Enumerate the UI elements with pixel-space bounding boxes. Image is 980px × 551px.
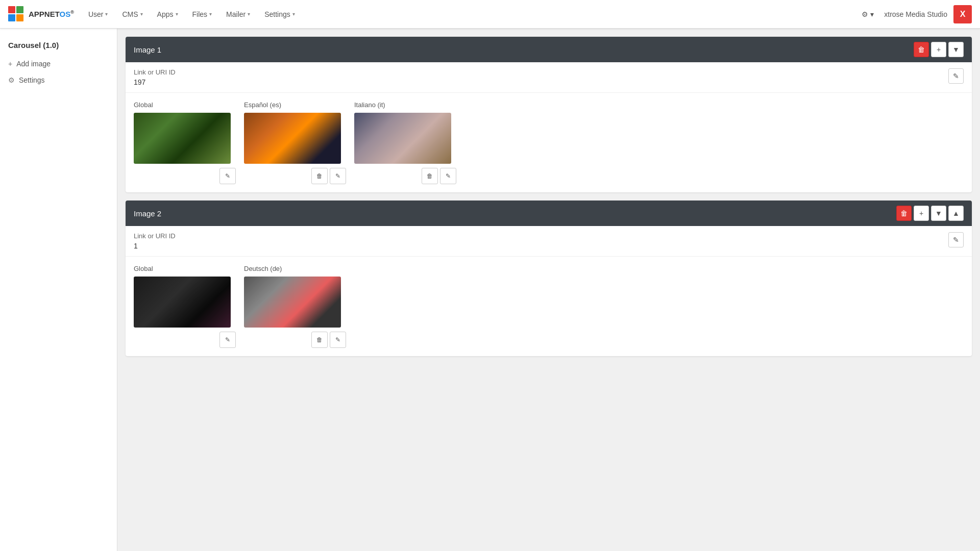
- image-2-up-button[interactable]: ▲: [948, 206, 964, 221]
- image-2-lang-columns: Global ✎ Deutsch (de) 🗑: [126, 257, 972, 356]
- nav-link-user[interactable]: User ▾: [82, 7, 114, 21]
- image-1-espanol-delete-button[interactable]: 🗑: [311, 168, 328, 184]
- image-2-edit-link-button[interactable]: ✎: [948, 232, 964, 247]
- plus-icon: +: [937, 45, 941, 54]
- image-1-header-actions: 🗑 + ▼: [914, 42, 964, 57]
- nav-link-mailer[interactable]: Mailer ▾: [220, 7, 256, 21]
- image-1-link-info: Link or URI ID 197: [134, 68, 176, 86]
- image-2-link-label: Link or URI ID: [134, 232, 176, 240]
- trash-icon: 🗑: [900, 209, 908, 217]
- lang-title: Español (es): [244, 101, 346, 109]
- image-1-lang-espanol: Español (es) 🗑 ✎: [244, 101, 346, 184]
- image-2-lang-deutsch: Deutsch (de) 🗑 ✎: [244, 265, 346, 348]
- image-1-italiano-thumbnail: [354, 113, 451, 164]
- navbar-right: ⚙ ▾ xtrose Media Studio X: [857, 5, 972, 23]
- image-1-italiano-delete-button[interactable]: 🗑: [422, 168, 438, 184]
- nav-link-settings[interactable]: Settings ▾: [258, 7, 301, 21]
- image-card-header-1: Image 1 🗑 + ▼: [126, 37, 972, 62]
- down-arrow-icon: ▼: [952, 45, 960, 54]
- studio-name-label[interactable]: xtrose Media Studio: [884, 10, 947, 18]
- close-button[interactable]: X: [953, 5, 972, 23]
- nav-item-user[interactable]: User ▾: [82, 7, 114, 21]
- nav-link-apps[interactable]: Apps ▾: [151, 7, 184, 21]
- image-1-espanol-edit-button[interactable]: ✎: [330, 168, 346, 184]
- image-2-deutsch-edit-button[interactable]: ✎: [330, 332, 346, 348]
- caret-icon: ▾: [140, 11, 143, 17]
- brand-logo-svg: [8, 6, 24, 22]
- plus-icon: +: [919, 209, 923, 217]
- nav-item-files[interactable]: Files ▾: [186, 7, 218, 21]
- image-1-link-value: 197: [134, 78, 176, 86]
- sidebar-item-settings[interactable]: ⚙ Settings: [0, 72, 117, 88]
- lang-title: Deutsch (de): [244, 265, 346, 272]
- sidebar-item-label: Settings: [19, 76, 45, 84]
- edit-icon: ✎: [953, 72, 959, 80]
- image-1-lang-global: Global ✎: [134, 101, 236, 184]
- image-2-delete-button[interactable]: 🗑: [896, 206, 912, 221]
- svg-rect-0: [8, 6, 15, 13]
- gear-icon: ⚙: [862, 10, 868, 18]
- image-1-lang-columns: Global ✎ Español (es) 🗑: [126, 93, 972, 192]
- image-2-down-button[interactable]: ▼: [931, 206, 946, 221]
- nav-item-mailer[interactable]: Mailer ▾: [220, 7, 256, 21]
- image-2-global-edit-button[interactable]: ✎: [219, 332, 236, 348]
- image-2-add-button[interactable]: +: [914, 206, 929, 221]
- trash-icon: 🗑: [918, 45, 925, 54]
- image-card-2: Image 2 🗑 + ▼ ▲: [126, 201, 972, 356]
- image-1-link-section: Link or URI ID 197 ✎: [126, 62, 972, 93]
- image-1-global-thumbnail: [134, 113, 231, 164]
- image-1-global-actions: ✎: [134, 168, 236, 184]
- image-card-title-2: Image 2: [134, 209, 161, 218]
- settings-caret-icon: ▾: [870, 10, 874, 18]
- image-1-edit-link-button[interactable]: ✎: [948, 68, 964, 84]
- sidebar-item-add-image[interactable]: + Add image: [0, 56, 117, 72]
- image-1-espanol-thumbnail: [244, 113, 341, 164]
- image-1-delete-button[interactable]: 🗑: [914, 42, 929, 57]
- caret-icon: ▾: [176, 11, 178, 17]
- nav-menu: User ▾ CMS ▾ Apps ▾ Files ▾ Mailer: [82, 7, 857, 21]
- nav-link-files[interactable]: Files ▾: [186, 7, 218, 21]
- settings-gear-button[interactable]: ⚙ ▾: [857, 8, 878, 20]
- svg-rect-2: [8, 14, 15, 21]
- sidebar-title: Carousel (1.0): [0, 37, 117, 56]
- image-1-lang-italiano: Italiano (it) 🗑 ✎: [354, 101, 456, 184]
- navbar: APPNETOS® User ▾ CMS ▾ Apps ▾ Files ▾: [0, 0, 980, 29]
- edit-icon: ✎: [953, 236, 959, 244]
- image-2-link-value: 1: [134, 242, 176, 250]
- image-2-deutsch-thumbnail: [244, 277, 341, 328]
- nav-item-cms[interactable]: CMS ▾: [116, 7, 149, 21]
- nav-item-apps[interactable]: Apps ▾: [151, 7, 184, 21]
- image-1-italiano-edit-button[interactable]: ✎: [440, 168, 456, 184]
- lang-title: Global: [134, 265, 236, 272]
- edit-icon: ✎: [446, 172, 451, 180]
- image-card-title-1: Image 1: [134, 45, 161, 54]
- brand-name: APPNETOS®: [29, 10, 74, 18]
- image-card-header-2: Image 2 🗑 + ▼ ▲: [126, 201, 972, 226]
- image-1-global-edit-button[interactable]: ✎: [219, 168, 236, 184]
- image-1-link-label: Link or URI ID: [134, 68, 176, 76]
- nav-item-settings-nav[interactable]: Settings ▾: [258, 7, 301, 21]
- image-1-down-button[interactable]: ▼: [948, 42, 964, 57]
- image-card-1: Image 1 🗑 + ▼ Link or URI ID 197: [126, 37, 972, 192]
- image-2-deutsch-actions: 🗑 ✎: [244, 332, 346, 348]
- up-arrow-icon: ▲: [952, 209, 960, 217]
- image-2-lang-global: Global ✎: [134, 265, 236, 348]
- image-2-deutsch-delete-button[interactable]: 🗑: [311, 332, 328, 348]
- edit-icon: ✎: [225, 336, 230, 343]
- settings-icon: ⚙: [8, 76, 15, 84]
- edit-icon: ✎: [335, 172, 340, 180]
- down-arrow-icon: ▼: [935, 209, 942, 217]
- image-1-italiano-actions: 🗑 ✎: [354, 168, 456, 184]
- edit-icon: ✎: [225, 172, 230, 180]
- image-1-add-button[interactable]: +: [931, 42, 946, 57]
- nav-link-cms[interactable]: CMS ▾: [116, 7, 149, 21]
- brand-logo-link[interactable]: APPNETOS®: [8, 6, 74, 22]
- sidebar-item-label: Add image: [16, 60, 51, 68]
- edit-icon: ✎: [335, 336, 340, 343]
- sidebar: Carousel (1.0) + Add image ⚙ Settings: [0, 29, 117, 551]
- image-2-link-section: Link or URI ID 1 ✎: [126, 226, 972, 257]
- image-2-link-info: Link or URI ID 1: [134, 232, 176, 250]
- image-2-global-thumbnail: [134, 277, 231, 328]
- image-1-espanol-actions: 🗑 ✎: [244, 168, 346, 184]
- main-content: Image 1 🗑 + ▼ Link or URI ID 197: [117, 29, 980, 551]
